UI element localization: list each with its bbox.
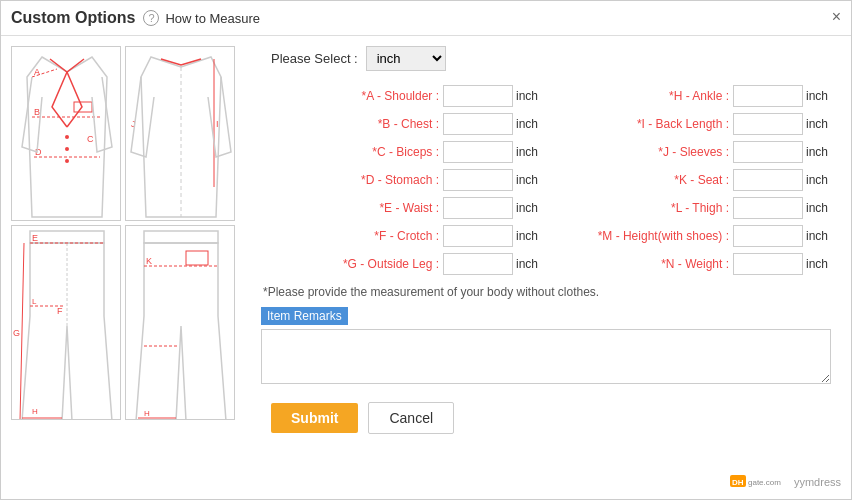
watermark: DH gate.com yymdress <box>730 473 841 479</box>
measure-unit-G: inch <box>516 257 541 271</box>
jacket-back-svg: I J <box>126 47 235 221</box>
jacket-back-image: I J <box>125 46 235 221</box>
svg-text:E: E <box>32 233 38 243</box>
measure-row-J: *J - Sleeves : inch <box>551 141 831 163</box>
measure-label-G: *G - Outside Leg : <box>343 257 439 271</box>
jacket-front-image: A B C D <box>11 46 121 221</box>
measure-unit-F: inch <box>516 229 541 243</box>
svg-text:gate.com: gate.com <box>748 478 781 479</box>
measure-row-A: *A - Shoulder : inch <box>261 85 541 107</box>
measure-label-N: *N - Weight : <box>661 257 729 271</box>
measure-label-I: *I - Back Length : <box>637 117 729 131</box>
jacket-front-svg: A B C D <box>12 47 121 221</box>
measurements-grid: *A - Shoulder : inch *H - Ankle : inch *… <box>261 85 831 275</box>
modal-body: A B C D <box>1 36 851 489</box>
measure-input-A[interactable] <box>443 85 513 107</box>
measure-unit-J: inch <box>806 145 831 159</box>
measure-label-F: *F - Crotch : <box>374 229 439 243</box>
cancel-button[interactable]: Cancel <box>368 402 454 434</box>
select-label: Please Select : <box>271 51 358 66</box>
measure-input-I[interactable] <box>733 113 803 135</box>
svg-text:C: C <box>87 134 94 144</box>
note-text: *Please provide the measurement of your … <box>261 285 831 299</box>
unit-select[interactable]: inch cm <box>366 46 446 71</box>
measure-label-K: *K - Seat : <box>674 173 729 187</box>
measure-label-M: *M - Height(with shoes) : <box>598 229 729 243</box>
svg-text:DH: DH <box>732 478 744 479</box>
measure-row-I: *I - Back Length : inch <box>551 113 831 135</box>
remarks-label[interactable]: Item Remarks <box>261 307 348 325</box>
measure-label-H: *H - Ankle : <box>669 89 729 103</box>
measure-unit-E: inch <box>516 201 541 215</box>
select-row: Please Select : inch cm <box>261 46 831 71</box>
measure-input-J[interactable] <box>733 141 803 163</box>
svg-point-2 <box>65 159 69 163</box>
svg-rect-26 <box>144 231 218 243</box>
how-to-measure-link[interactable]: How to Measure <box>165 11 260 26</box>
measure-input-L[interactable] <box>733 197 803 219</box>
measure-input-M[interactable] <box>733 225 803 247</box>
measure-row-D: *D - Stomach : inch <box>261 169 541 191</box>
pants-front-image: E F G H L <box>11 225 121 420</box>
measure-input-D[interactable] <box>443 169 513 191</box>
measure-unit-A: inch <box>516 89 541 103</box>
suit-top-images: A B C D <box>11 46 251 221</box>
measure-row-F: *F - Crotch : inch <box>261 225 541 247</box>
modal-header: Custom Options ? How to Measure × <box>1 1 851 36</box>
measure-input-N[interactable] <box>733 253 803 275</box>
svg-text:G: G <box>13 328 20 338</box>
measure-input-E[interactable] <box>443 197 513 219</box>
measure-row-G: *G - Outside Leg : inch <box>261 253 541 275</box>
measure-unit-N: inch <box>806 257 831 271</box>
measure-row-L: *L - Thigh : inch <box>551 197 831 219</box>
measure-input-C[interactable] <box>443 141 513 163</box>
svg-text:F: F <box>57 306 63 316</box>
measure-row-B: *B - Chest : inch <box>261 113 541 135</box>
measure-input-G[interactable] <box>443 253 513 275</box>
measure-row-K: *K - Seat : inch <box>551 169 831 191</box>
remarks-textarea[interactable] <box>261 329 831 384</box>
suit-bottom-images: E F G H L <box>11 225 251 420</box>
watermark-logo: DH gate.com <box>730 473 790 479</box>
pants-back-svg: K H <box>126 226 235 420</box>
measure-unit-M: inch <box>806 229 831 243</box>
svg-rect-15 <box>30 231 104 243</box>
modal-container: Custom Options ? How to Measure × <box>0 0 852 500</box>
measure-row-C: *C - Biceps : inch <box>261 141 541 163</box>
measure-input-F[interactable] <box>443 225 513 247</box>
watermark-store: yymdress <box>794 476 841 479</box>
svg-rect-3 <box>74 102 92 112</box>
remarks-section: Item Remarks <box>261 307 831 384</box>
svg-text:B: B <box>34 107 40 117</box>
svg-point-1 <box>65 147 69 151</box>
pants-back-image: K H <box>125 225 235 420</box>
measure-label-D: *D - Stomach : <box>361 173 439 187</box>
svg-text:A: A <box>34 67 40 77</box>
measure-unit-D: inch <box>516 173 541 187</box>
measure-unit-I: inch <box>806 117 831 131</box>
suit-images: A B C D <box>11 46 251 479</box>
svg-text:L: L <box>32 297 37 306</box>
measure-input-K[interactable] <box>733 169 803 191</box>
pants-front-svg: E F G H L <box>12 226 121 420</box>
measure-label-A: *A - Shoulder : <box>362 89 439 103</box>
measure-unit-C: inch <box>516 145 541 159</box>
measure-label-C: *C - Biceps : <box>372 145 439 159</box>
submit-button[interactable]: Submit <box>271 403 358 433</box>
measure-label-L: *L - Thigh : <box>671 201 729 215</box>
svg-point-0 <box>65 135 69 139</box>
svg-text:K: K <box>146 256 152 266</box>
measure-unit-H: inch <box>806 89 831 103</box>
measure-row-N: *N - Weight : inch <box>551 253 831 275</box>
measure-row-M: *M - Height(with shoes) : inch <box>551 225 831 247</box>
svg-rect-30 <box>186 251 208 265</box>
close-button[interactable]: × <box>832 9 841 25</box>
measure-input-H[interactable] <box>733 85 803 107</box>
measure-input-B[interactable] <box>443 113 513 135</box>
help-icon[interactable]: ? <box>143 10 159 26</box>
svg-text:H: H <box>144 409 150 418</box>
measure-label-E: *E - Waist : <box>379 201 439 215</box>
measure-row-H: *H - Ankle : inch <box>551 85 831 107</box>
measure-unit-K: inch <box>806 173 831 187</box>
footer-row: Submit Cancel DH gate.com yymdress <box>261 394 831 442</box>
